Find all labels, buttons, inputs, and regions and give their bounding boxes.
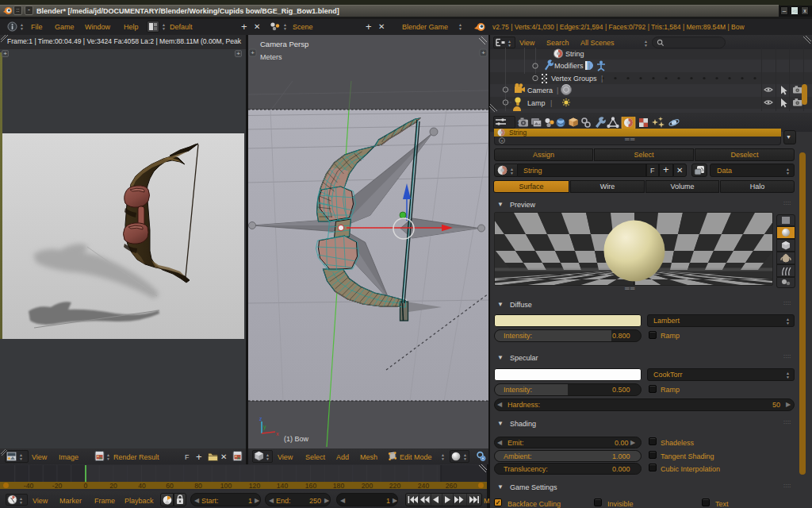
svg-text:(1) Bow: (1) Bow <box>284 435 309 443</box>
svg-text:y: y <box>263 424 266 430</box>
svg-text:x: x <box>276 431 279 437</box>
svg-text:Meters: Meters <box>260 53 282 61</box>
svg-text:Camera Persp: Camera Persp <box>260 40 308 48</box>
svg-text:+: + <box>251 49 255 56</box>
svg-text:z: z <box>259 416 262 421</box>
svg-text:+: + <box>481 49 485 56</box>
